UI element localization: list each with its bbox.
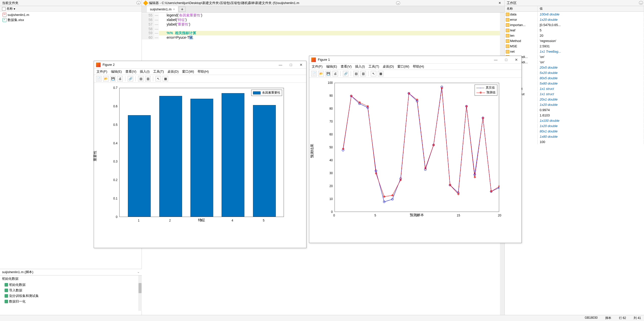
menu-item[interactable]: 插入(I) [355,64,365,69]
maximize-icon[interactable]: □ [504,57,509,62]
workspace-row[interactable]: pyuce20x1 double [505,97,644,102]
workspace-row[interactable]: importan...[0.5479,0.65... [505,22,644,28]
close-icon[interactable]: ✕ [513,57,519,62]
tab-close-icon[interactable]: × [173,7,175,11]
add-tab-button[interactable]: + [179,7,186,12]
link-icon[interactable]: 🔗 [343,71,348,76]
workspace-row[interactable]: pn80x5 double [505,75,644,81]
close-icon[interactable]: × [497,1,502,5]
menu-item[interactable]: 桌面(D) [383,64,394,69]
print-icon[interactable]: 🖨 [117,76,123,82]
ws-value-col[interactable]: 值 [538,6,644,11]
open-icon[interactable]: 📂 [103,76,109,82]
minimize-icon[interactable]: — [493,57,499,62]
datatip-icon[interactable]: ▦ [378,71,383,76]
menu-item[interactable]: 桌面(D) [167,69,179,74]
code-area[interactable]: 55—legend('各因素重要性')56—xlabel('特征')57—yla… [142,13,504,40]
scrollbar[interactable] [138,275,142,311]
menu-item[interactable]: 窗口(W) [397,64,409,69]
scrollbar-thumb[interactable] [139,283,142,293]
menu-item[interactable]: 查看(V) [125,69,136,74]
workspace-row[interactable]: ps_output1x1 struct [505,91,644,97]
menu-item[interactable]: 查看(V) [341,64,352,69]
menu-item[interactable]: 工具(T) [153,69,164,74]
panel-icon[interactable]: ▤ [138,76,144,82]
ws-name-col[interactable]: 名称 [505,6,538,11]
workspace-row[interactable]: len20 [505,33,644,38]
panel2-icon[interactable]: ▥ [360,71,366,76]
pencil-icon [143,1,148,6]
section-item[interactable]: 导入数据 [0,288,142,293]
script-header[interactable]: suijishenlin1.m (脚本) ⌄ [0,269,142,275]
workspace-row[interactable]: RMSE1.6103 [505,113,644,118]
menu-item[interactable]: 文件(F) [96,69,107,74]
workspace-row[interactable]: error1x20 double [505,17,644,22]
workspace-row[interactable]: trees100 [505,139,644,145]
new-icon[interactable]: 📄 [96,76,102,82]
figure-2-window[interactable]: Figure 2 — □ ✕ 文件(F)编辑(E)查看(V)插入(I)工具(T)… [94,61,306,248]
figure-1-window[interactable]: Figure 1 — □ ✕ 文件(F)编辑(E)查看(V)插入(I)工具(T)… [309,56,522,243]
editor-tab[interactable]: suijishenlin1.m × [147,6,178,12]
figure-title: Figure 2 [103,63,115,67]
svg-text:✻: ✻ [366,105,369,108]
x-tick: 20 [498,214,501,217]
pointer-icon[interactable]: ↖ [371,71,376,76]
var-name: importan... [510,23,525,27]
close-icon[interactable]: ✕ [298,62,304,67]
file-item[interactable]: suijishenlin1.m [1,12,141,17]
workspace-row[interactable]: leaf5 [505,28,644,33]
var-icon [506,34,509,37]
workspace-row[interactable]: pm20x5 double [505,65,644,70]
workspace-row[interactable]: PM5x20 double [505,70,644,75]
workspace-row[interactable]: PN5x80 double [505,81,644,86]
pointer-icon[interactable]: ↖ [155,76,161,82]
menu-item[interactable]: 编辑(E) [326,64,337,69]
workspace-row[interactable]: tn80x1 double [505,129,644,134]
workspace-row[interactable]: TM1x20 double [505,123,644,129]
file-item[interactable]: 数据集.xlsx [1,17,141,23]
workspace-row[interactable]: data100x6 double [505,12,644,17]
save-icon[interactable]: 💾 [110,76,116,82]
workspace-row[interactable]: TN1x80 double [505,134,644,139]
menu-item[interactable]: 文件(F) [312,64,323,69]
workspace-row[interactable]: Pyuce1x20 double [505,102,644,107]
section-item[interactable]: 数据归一化 [0,299,142,304]
link-icon[interactable]: 🔗 [128,76,133,82]
print-icon[interactable]: 🖨 [333,71,338,76]
new-icon[interactable]: 📄 [311,71,317,76]
y-tick: 0.4 [113,142,118,145]
workspace-row[interactable]: MSE2.5931 [505,44,644,49]
panel-icon[interactable]: ▤ [353,71,359,76]
panel-dropdown-icon[interactable]: ⌄ [136,1,141,5]
figure-titlebar[interactable]: Figure 2 — □ ✕ [94,61,306,69]
chevron-down-icon[interactable]: ⌄ [137,270,140,274]
minimize-icon[interactable]: — [277,62,284,67]
section-item[interactable]: 初始化数据 [0,282,142,288]
menu-item[interactable]: 帮助(H) [198,69,209,74]
maximize-icon[interactable]: □ [288,62,294,67]
workspace-row[interactable]: ps_input1x1 struct [505,86,644,91]
workspace-row[interactable]: R20.9974 [505,107,644,113]
panel-dropdown-icon[interactable]: ⌄ [639,1,643,5]
menu-item[interactable]: 帮助(H) [413,64,424,69]
editor-dropdown-icon[interactable]: ⌄ [396,1,400,5]
x-tick: 5 [263,219,265,222]
menu-item[interactable]: 工具(T) [368,64,379,69]
svg-text:✻: ✻ [474,175,476,179]
datatip-icon[interactable]: ▦ [163,76,168,82]
menu-item[interactable]: 编辑(E) [111,69,122,74]
workspace-row[interactable]: TE1x100 double [505,118,644,123]
save-icon[interactable]: 💾 [325,71,331,76]
workspace-row[interactable]: Method'regression' [505,38,644,44]
menu-item[interactable]: 窗口(W) [182,69,194,74]
var-icon [506,50,509,53]
panel2-icon[interactable]: ▥ [145,76,151,82]
figure-titlebar[interactable]: Figure 1 — □ ✕ [309,56,521,64]
workspace-row[interactable]: OOBPredi...'on' [505,59,644,65]
workspace-row[interactable]: OOBPredi...'on' [505,54,644,59]
workspace-row[interactable]: net1x1 TreeBag... [505,49,644,54]
section-label: 数据归一化 [9,299,26,304]
open-icon[interactable]: 📂 [318,71,324,76]
menu-item[interactable]: 插入(I) [140,69,149,74]
section-item[interactable]: 划分训练集和测试集 [0,293,142,299]
